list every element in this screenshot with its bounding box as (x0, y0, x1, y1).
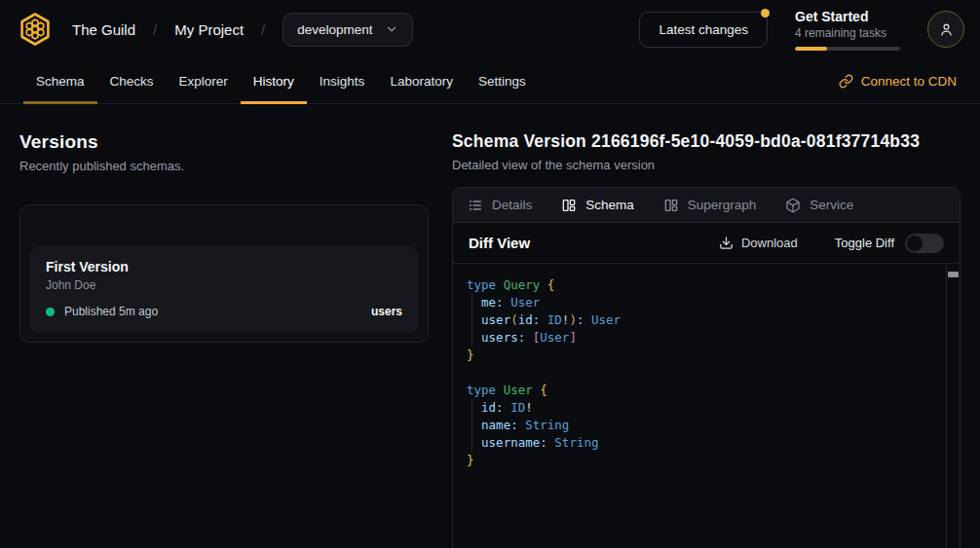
version-author: John Doe (46, 278, 402, 292)
schema-code-viewer[interactable]: type Query { me: User user(id: ID!): Use… (453, 264, 960, 548)
get-started-subtitle: 4 remaining tasks (795, 26, 900, 40)
version-service-badge: users (371, 305, 402, 318)
tab-laboratory[interactable]: Laboratory (377, 58, 466, 103)
get-started-progressbar (795, 47, 900, 51)
detail-tab-service[interactable]: Service (785, 198, 853, 213)
code-line: } (467, 452, 934, 469)
breadcrumb-separator: / (261, 21, 265, 38)
versions-title: Versions (19, 131, 429, 153)
detail-tab-schema[interactable]: Schema (561, 198, 634, 213)
version-detail-panel: Details Schema Sup (452, 187, 961, 548)
latest-changes-button[interactable]: Latest changes (639, 12, 768, 48)
cube-icon (785, 198, 801, 213)
detail-tab-supergraph[interactable]: Supergraph (663, 198, 757, 213)
tab-insights[interactable]: Insights (307, 58, 378, 103)
versions-column: Versions Recently published schemas. Fir… (19, 104, 429, 343)
tab-settings[interactable]: Settings (466, 58, 539, 103)
tab-explorer[interactable]: Explorer (167, 58, 241, 103)
published-status-dot (46, 308, 55, 316)
diff-view-title: Diff View (469, 235, 530, 251)
environment-selector-value: development (297, 22, 372, 37)
user-avatar[interactable] (927, 11, 964, 48)
download-icon (719, 236, 734, 250)
get-started-title: Get Started (795, 9, 900, 24)
toggle-diff-knob (907, 236, 923, 251)
code-line: name: String (467, 417, 934, 434)
top-header: The Guild / My Project / development Lat… (0, 0, 980, 58)
code-line: me: User (467, 294, 934, 311)
detail-tab-label: Service (810, 198, 853, 212)
columns-icon (561, 198, 577, 213)
code-line: user(id: ID!): User (467, 311, 934, 329)
version-detail-title: Schema Version 2166196f-5e10-4059-bd0a-0… (452, 131, 961, 152)
version-meta-row: Published 5m ago users (46, 305, 402, 318)
header-right-cluster: Latest changes Get Started 4 remaining t… (639, 9, 964, 51)
versions-subtitle: Recently published schemas. (19, 159, 429, 173)
diff-view-header: Diff View Download Toggle Diff (453, 223, 960, 264)
version-detail-subtitle: Detailed view of the schema version (452, 158, 961, 172)
download-label: Download (741, 236, 798, 250)
environment-selector[interactable]: development (283, 13, 412, 47)
download-button[interactable]: Download (719, 236, 798, 250)
code-line: users: [User] (467, 329, 934, 347)
get-started-widget[interactable]: Get Started 4 remaining tasks (795, 9, 900, 51)
toggle-diff-group: Toggle Diff (835, 234, 944, 253)
connect-to-cdn-label: Connect to CDN (861, 74, 957, 89)
hive-logo-icon[interactable] (16, 10, 55, 49)
toggle-diff-switch[interactable] (905, 234, 944, 253)
latest-changes-label: Latest changes (659, 22, 748, 37)
version-name: First Version (46, 259, 402, 274)
project-nav: Schema Checks Explorer History Insights … (0, 58, 980, 104)
link-icon (839, 74, 853, 89)
code-scrollbar-thumb[interactable] (948, 272, 959, 277)
breadcrumb-separator: / (153, 21, 157, 38)
code-block: type Query { me: User user(id: ID!): Use… (467, 276, 934, 469)
project-breadcrumb[interactable]: My Project (174, 21, 244, 38)
get-started-progress-fill (795, 47, 827, 51)
code-line: } (467, 347, 934, 364)
diff-actions: Download Toggle Diff (719, 234, 944, 253)
tab-schema[interactable]: Schema (23, 58, 97, 103)
code-line: username: String (467, 434, 934, 452)
chevron-down-icon (385, 22, 398, 36)
versions-list: First Version John Doe Published 5m ago … (19, 204, 429, 343)
code-scrollbar[interactable] (946, 264, 960, 548)
version-list-item[interactable]: First Version John Doe Published 5m ago … (30, 246, 418, 333)
detail-tab-label: Schema (585, 198, 634, 212)
version-detail-column: Schema Version 2166196f-5e10-4059-bd0a-0… (452, 104, 961, 548)
code-line: type User { (467, 382, 934, 399)
main-content: Versions Recently published schemas. Fir… (0, 104, 980, 548)
code-line (467, 364, 934, 382)
code-line: id: ID! (467, 399, 934, 417)
person-icon (938, 21, 955, 38)
org-breadcrumb[interactable]: The Guild (72, 21, 135, 38)
detail-tab-label: Details (492, 198, 532, 212)
code-line: type Query { (467, 276, 934, 294)
tab-history[interactable]: History (241, 58, 307, 103)
columns-icon (663, 198, 679, 213)
detail-tab-label: Supergraph (688, 198, 757, 212)
toggle-diff-label: Toggle Diff (835, 236, 894, 250)
connect-to-cdn-link[interactable]: Connect to CDN (839, 58, 957, 103)
tab-checks[interactable]: Checks (97, 58, 167, 103)
notification-dot (761, 9, 770, 18)
version-status: Published 5m ago (64, 305, 158, 318)
detail-tabs: Details Schema Sup (453, 188, 960, 223)
list-icon (468, 198, 483, 213)
detail-tab-details[interactable]: Details (468, 198, 532, 213)
